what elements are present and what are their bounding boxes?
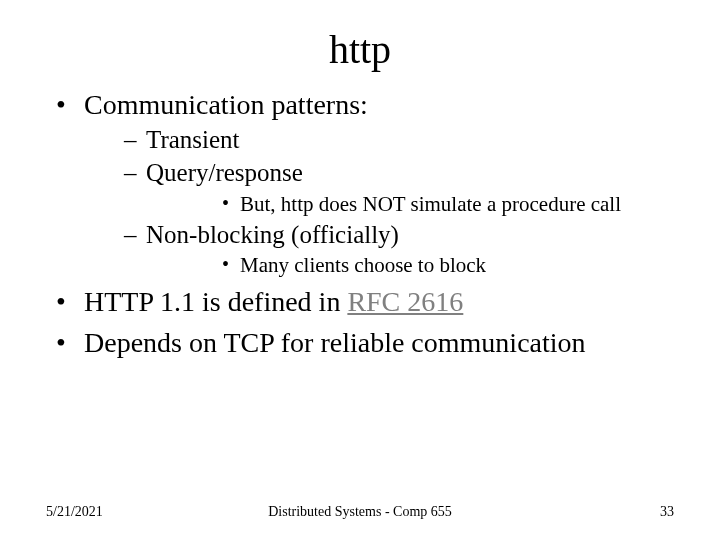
- slide: http Communication patterns: Transient Q…: [0, 0, 720, 540]
- subsub-item: Many clients choose to block: [146, 252, 674, 278]
- sub-item: Query/response But, http does NOT simula…: [84, 157, 674, 217]
- bullet-text: Depends on TCP for reliable communicatio…: [84, 327, 586, 358]
- footer-course: Distributed Systems - Comp 655: [0, 504, 720, 520]
- footer-date: 5/21/2021: [46, 504, 103, 520]
- bullet-list: Communication patterns: Transient Query/…: [46, 87, 674, 360]
- sub-text: Non-blocking (officially): [146, 221, 399, 248]
- subsub-text: Many clients choose to block: [240, 253, 486, 277]
- rfc-link[interactable]: RFC 2616: [347, 286, 463, 317]
- bullet-item: Communication patterns: Transient Query/…: [46, 87, 674, 278]
- sub-text: Query/response: [146, 159, 303, 186]
- sub-item: Transient: [84, 124, 674, 155]
- bullet-item: HTTP 1.1 is defined in RFC 2616: [46, 284, 674, 319]
- slide-content: Communication patterns: Transient Query/…: [0, 87, 720, 360]
- slide-footer: 5/21/2021 Distributed Systems - Comp 655…: [0, 504, 720, 520]
- sub-item: Non-blocking (officially) Many clients c…: [84, 219, 674, 279]
- subsub-list: Many clients choose to block: [146, 252, 674, 278]
- slide-title: http: [0, 0, 720, 81]
- subsub-text: But, http does NOT simulate a procedure …: [240, 192, 621, 216]
- sub-text: Transient: [146, 126, 240, 153]
- footer-page: 33: [660, 504, 674, 520]
- subsub-item: But, http does NOT simulate a procedure …: [146, 191, 674, 217]
- bullet-text-prefix: HTTP 1.1 is defined in: [84, 286, 347, 317]
- subsub-list: But, http does NOT simulate a procedure …: [146, 191, 674, 217]
- bullet-item: Depends on TCP for reliable communicatio…: [46, 325, 674, 360]
- sub-list: Transient Query/response But, http does …: [84, 124, 674, 278]
- bullet-text: Communication patterns:: [84, 89, 368, 120]
